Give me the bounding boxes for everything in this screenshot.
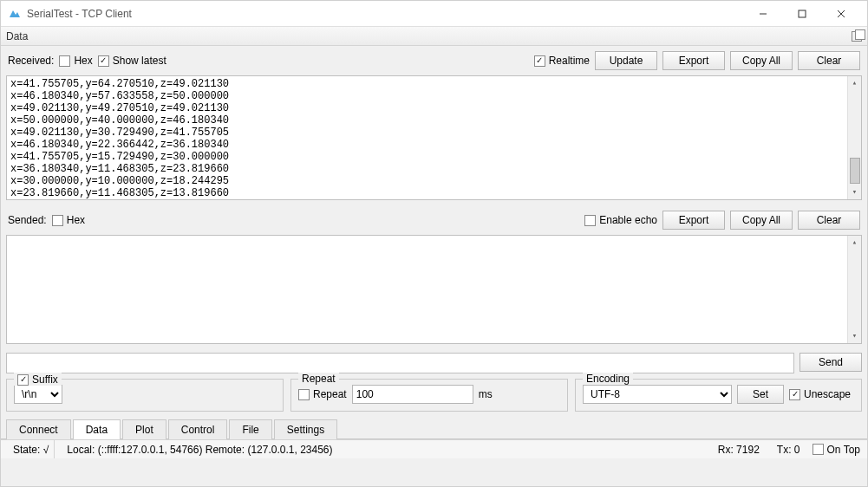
repeat-legend: Repeat (298, 373, 339, 385)
received-scrollbar[interactable]: ▴ ▾ (847, 76, 861, 199)
received-copyall-button[interactable]: Copy All (730, 51, 793, 70)
encoding-set-button[interactable]: Set (737, 385, 784, 404)
enableecho-label: Enable echo (599, 214, 657, 226)
repeat-group: Repeat Repeat ms (290, 379, 568, 412)
received-hex-checkbox[interactable]: Hex (59, 55, 92, 67)
panel-header: Data (1, 27, 867, 46)
scroll-up-icon[interactable]: ▴ (849, 76, 861, 90)
received-textarea[interactable]: x=41.755705,y=64.270510,z=49.021130 x=46… (6, 75, 862, 200)
unescape-checkbox[interactable]: Unescape (789, 388, 851, 400)
sended-scrollbar[interactable]: ▴ ▾ (847, 236, 861, 343)
encoding-group: Encoding UTF-8 Set Unescape (575, 379, 862, 412)
tab-file[interactable]: File (229, 419, 271, 439)
repeat-unit: ms (479, 388, 493, 400)
received-label: Received: (8, 55, 54, 67)
status-endpoints: Local: (::ffff:127.0.0.1, 54766) Remote:… (62, 440, 337, 458)
titlebar: SerialTest - TCP Client (1, 1, 867, 27)
minimize-button[interactable] (743, 2, 782, 26)
svg-rect-1 (799, 10, 806, 17)
received-export-button[interactable]: Export (662, 51, 725, 70)
repeat-checkbox[interactable]: Repeat (298, 388, 347, 400)
tabs: ConnectDataPlotControlFileSettings (1, 417, 867, 439)
status-rx: Rx: 7192 (713, 440, 765, 458)
sended-hex-label: Hex (67, 214, 85, 226)
realtime-label: Realtime (549, 55, 590, 67)
close-button[interactable] (821, 2, 860, 26)
window-title: SerialTest - TCP Client (27, 8, 743, 20)
repeat-label: Repeat (313, 388, 347, 400)
showlatest-label: Show latest (113, 55, 166, 67)
encoding-legend: Encoding (583, 373, 633, 385)
sended-copyall-button[interactable]: Copy All (730, 211, 793, 230)
enableecho-checkbox[interactable]: Enable echo (584, 214, 657, 226)
statusbar: State: √ Local: (::ffff:127.0.0.1, 54766… (1, 439, 867, 458)
status-state: State: √ (8, 440, 55, 458)
tab-data[interactable]: Data (73, 419, 121, 439)
ontop-checkbox[interactable]: On Top (813, 444, 860, 456)
sended-export-button[interactable]: Export (662, 211, 725, 230)
suffix-select[interactable]: \r\n (14, 385, 62, 404)
scroll-down-icon[interactable]: ▾ (849, 329, 861, 343)
sended-clear-button[interactable]: Clear (798, 211, 860, 230)
scroll-up-icon[interactable]: ▴ (849, 236, 861, 250)
encoding-select[interactable]: UTF-8 (583, 385, 732, 404)
showlatest-checkbox[interactable]: Show latest (98, 55, 166, 67)
scroll-down-icon[interactable]: ▾ (849, 185, 861, 199)
unescape-label: Unescape (804, 388, 851, 400)
send-button[interactable]: Send (799, 353, 862, 372)
tab-control[interactable]: Control (168, 419, 228, 439)
panel-title: Data (6, 30, 28, 42)
send-input[interactable] (6, 353, 794, 373)
ontop-label: On Top (827, 444, 860, 456)
status-tx: Tx: 0 (772, 440, 806, 458)
sended-hex-checkbox[interactable]: Hex (52, 214, 85, 226)
sended-toolbar: Sended: Hex Enable echo Export Copy All … (1, 205, 867, 235)
tab-connect[interactable]: Connect (6, 419, 71, 439)
suffix-legend: Suffix (32, 373, 58, 386)
sended-label: Sended: (8, 214, 47, 226)
send-row: Send (1, 349, 867, 377)
tab-settings[interactable]: Settings (274, 419, 337, 439)
update-button[interactable]: Update (595, 51, 657, 70)
received-clear-button[interactable]: Clear (798, 51, 860, 70)
repeat-input[interactable] (352, 385, 473, 404)
suffix-group: Suffix \r\n (6, 379, 284, 412)
options-row: Suffix \r\n Repeat Repeat ms Encoding UT… (1, 377, 867, 417)
realtime-checkbox[interactable]: Realtime (534, 55, 590, 67)
maximize-button[interactable] (782, 2, 821, 26)
app-icon (8, 7, 22, 21)
suffix-checkbox[interactable]: Suffix (17, 373, 58, 386)
scroll-thumb[interactable] (850, 158, 860, 184)
dock-float-icon[interactable] (852, 31, 862, 42)
tab-plot[interactable]: Plot (122, 419, 166, 439)
received-hex-label: Hex (74, 55, 92, 67)
received-toolbar: Received: Hex Show latest Realtime Updat… (1, 46, 867, 75)
sended-textarea[interactable]: ▴ ▾ (6, 235, 862, 344)
